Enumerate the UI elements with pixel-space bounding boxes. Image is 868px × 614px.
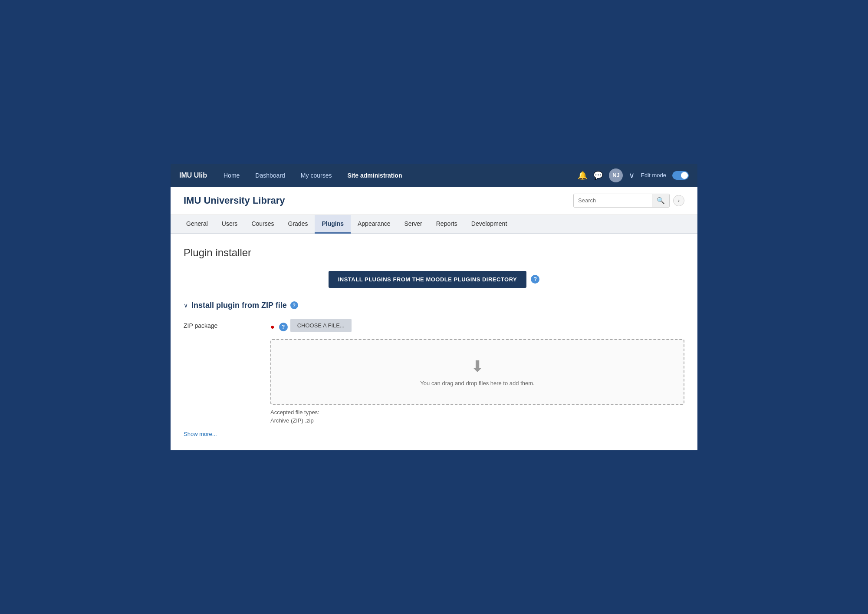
install-help-icon[interactable]: ? [531, 275, 539, 284]
tab-appearance[interactable]: Appearance [351, 215, 398, 234]
download-icon: ⬇ [280, 357, 675, 376]
tab-server[interactable]: Server [398, 215, 429, 234]
site-title: IMU University Library [184, 195, 285, 206]
avatar[interactable]: NJ [609, 168, 623, 182]
nav-link-siteadmin[interactable]: Site administration [344, 170, 405, 181]
section-title: Install plugin from ZIP file [191, 301, 287, 310]
section-collapse-icon[interactable]: ∨ [184, 302, 188, 309]
search-button[interactable]: 🔍 [652, 194, 669, 207]
section-help-icon[interactable]: ? [290, 301, 298, 309]
collapse-button[interactable]: › [673, 195, 684, 206]
main-content: Plugin installer INSTALL PLUGINS FROM TH… [171, 234, 697, 450]
outer-frame: IMU Ulib Home Dashboard My courses Site … [161, 154, 707, 460]
secondary-header: IMU University Library 🔍 › [171, 187, 697, 215]
nav-link-home[interactable]: Home [220, 170, 243, 181]
tab-users[interactable]: Users [215, 215, 245, 234]
edit-mode-label: Edit mode [641, 172, 666, 178]
inner-frame: IMU Ulib Home Dashboard My courses Site … [169, 163, 699, 452]
accepted-types: Archive (ZIP) .zip [270, 417, 684, 424]
install-moodle-btn[interactable]: INSTALL PLUGINS FROM THE MOODLE PLUGINS … [329, 271, 527, 288]
install-btn-container: INSTALL PLUGINS FROM THE MOODLE PLUGINS … [184, 271, 684, 288]
show-more-link[interactable]: Show more... [184, 431, 684, 437]
chevron-down-icon[interactable]: ∨ [629, 171, 635, 180]
tab-courses[interactable]: Courses [244, 215, 281, 234]
page-title: Plugin installer [184, 247, 684, 259]
nav-right: 🔔 💬 NJ ∨ Edit mode [578, 168, 689, 182]
tab-nav: General Users Courses Grades Plugins App… [171, 215, 697, 234]
tab-plugins[interactable]: Plugins [315, 215, 351, 234]
zip-package-label: ZIP package [184, 319, 270, 329]
search-box: 🔍 [573, 194, 670, 208]
tab-reports[interactable]: Reports [429, 215, 464, 234]
zip-control-area: ● ? CHOOSE A FILE... ⬇ You can drag and … [270, 319, 684, 424]
zip-package-row: ZIP package ● ? CHOOSE A FILE... ⬇ You c… [184, 319, 684, 424]
zip-label-text: ZIP package [184, 322, 217, 329]
nav-link-dashboard[interactable]: Dashboard [252, 170, 289, 181]
choose-file-button[interactable]: CHOOSE A FILE... [290, 319, 352, 332]
chat-icon[interactable]: 💬 [593, 171, 603, 180]
tab-general[interactable]: General [179, 215, 215, 234]
accepted-label: Accepted file types: [270, 409, 684, 416]
bell-icon[interactable]: 🔔 [578, 171, 587, 180]
tab-development[interactable]: Development [464, 215, 514, 234]
drop-text: You can drag and drop files here to add … [280, 380, 675, 386]
section-header: ∨ Install plugin from ZIP file ? [184, 301, 684, 310]
nav-link-mycourses[interactable]: My courses [297, 170, 335, 181]
top-nav: IMU Ulib Home Dashboard My courses Site … [171, 164, 697, 187]
zip-help-icon[interactable]: ? [279, 323, 288, 331]
required-icon: ● [270, 323, 275, 331]
search-input[interactable] [574, 195, 652, 206]
nav-logo: IMU Ulib [179, 172, 207, 179]
edit-mode-toggle[interactable] [672, 171, 689, 180]
tab-grades[interactable]: Grades [281, 215, 315, 234]
drop-zone[interactable]: ⬇ You can drag and drop files here to ad… [270, 339, 684, 405]
